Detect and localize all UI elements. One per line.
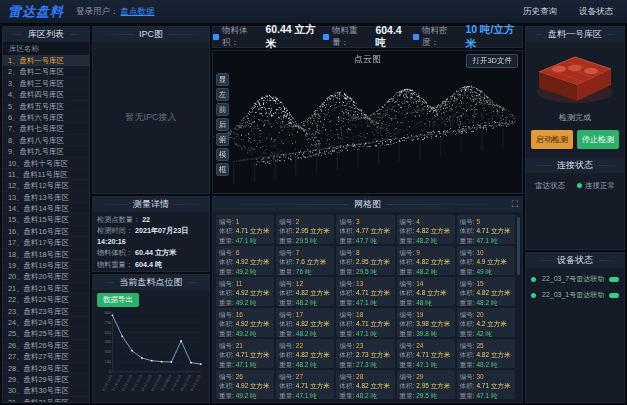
cell-value: 19	[416, 311, 423, 318]
cell-value: 25	[476, 342, 483, 349]
device-led-icon	[531, 277, 536, 282]
sidebar-item-area[interactable]: 9、盘料九号库区	[3, 146, 89, 157]
cell-line: 重量: 49.2 吨	[219, 267, 271, 275]
sidebar-item-area[interactable]: 3、盘料三号库区	[3, 78, 89, 89]
cloud-view-tool-button[interactable]: 显	[216, 73, 229, 86]
bottom-row: 测量详情 检测点数量： 22检测时间： 2021年07月23日 14:20:16…	[92, 196, 523, 403]
expand-icon[interactable]: ⛶	[512, 199, 518, 210]
volume-label: 物料体积：	[222, 25, 262, 49]
sidebar-item-area[interactable]: 8、盘料八号库区	[3, 135, 89, 146]
cell-value: 22	[296, 342, 303, 349]
cell-label: 编号:	[339, 249, 356, 256]
cell-line: 体积: 4.92 立方米	[219, 288, 271, 297]
cell-value: 4.82 立方米	[476, 351, 510, 358]
sidebar-item-area[interactable]: 11、盘料11号库区	[3, 169, 89, 180]
header: 雷达盘料 登录用户：盘点数据 历史查询 设备状态	[0, 0, 627, 24]
pointcloud-canvas[interactable]	[213, 51, 522, 193]
cell-line: 重量: 49.2 吨	[219, 329, 271, 337]
inventory-data-link[interactable]: 盘点数据	[121, 6, 155, 16]
cell-value: 4.82 立方米	[296, 320, 330, 327]
sidebar-item-area[interactable]: 7、盘料七号库区	[3, 123, 89, 134]
start-detection-button[interactable]: 启动检测	[531, 130, 573, 149]
sidebar-item-area[interactable]: 10、盘料十号库区	[3, 158, 89, 169]
cell-line: 编号: 17	[279, 310, 331, 319]
sidebar-item-area[interactable]: 4、盘料四号库区	[3, 89, 89, 100]
cell-line: 编号: 12	[279, 279, 331, 288]
sidebar-title: 库区列表	[3, 27, 89, 42]
sidebar-item-area[interactable]: 12、盘料12号库区	[3, 180, 89, 191]
cell-line: 体积: 4.82 立方米	[279, 288, 331, 297]
cell-line: 编号: 8	[339, 248, 391, 257]
sidebar-item-area[interactable]: 20、盘料20号库区	[3, 271, 89, 282]
sidebar-item-area[interactable]: 23、盘料23号库区	[3, 306, 89, 317]
cell-label: 重量:	[339, 392, 356, 399]
cell-label: 体积:	[279, 320, 296, 327]
cell-label: 重量:	[460, 237, 477, 244]
trend-title-text: 当前盘料点位图	[120, 276, 183, 289]
history-query-button[interactable]: 历史查询	[517, 3, 563, 21]
sidebar-item-area[interactable]: 28、盘料28号库区	[3, 363, 89, 374]
cell-label: 编号:	[339, 218, 356, 225]
cell-line: 重量: 47.1 吨	[400, 360, 452, 368]
cell-label: 体积:	[400, 289, 417, 296]
grid-cell: 编号: 3体积: 4.77 立方米重量: 47.7 吨	[336, 215, 394, 244]
device-label: 22_03_7号雷达联动	[542, 274, 604, 284]
sidebar-item-area[interactable]: 6、盘料六号库区	[3, 112, 89, 123]
cloud-view-tool-button[interactable]: 俯	[216, 133, 229, 146]
cell-line: 体积: 4.71 立方米	[339, 288, 391, 297]
sidebar-item-area[interactable]: 26、盘料26号库区	[3, 340, 89, 351]
cell-line: 体积: 4.9 立方米	[460, 257, 512, 266]
detail-title-text: 测量详情	[133, 198, 169, 211]
stat-density: 物料密度： 10 吨/立方米	[413, 23, 522, 51]
sidebar-item-area[interactable]: 25、盘料25号库区	[3, 328, 89, 339]
data-export-button[interactable]: 数据导出	[97, 293, 139, 307]
cell-label: 编号:	[339, 342, 356, 349]
cloud-view-tool-button[interactable]: 前	[216, 103, 229, 116]
cloud-column: 物料体积： 60.44 立方米 物料重量： 604.4 吨 物料密度： 10 吨…	[212, 26, 523, 194]
cell-line: 体积: 4.92 立方米	[219, 319, 271, 328]
cell-line: 编号: 9	[400, 248, 452, 257]
sidebar-item-area[interactable]: 15、盘料15号库区	[3, 214, 89, 225]
cloud-view-tool-button[interactable]: 后	[216, 118, 229, 131]
cell-line: 体积: 4.82 立方米	[279, 350, 331, 359]
sidebar-item-area[interactable]: 5、盘料五号库区	[3, 101, 89, 112]
cloud-view-tool-button[interactable]: 左	[216, 88, 229, 101]
cell-value: 11	[236, 280, 243, 287]
stop-detection-button[interactable]: 停止检测	[577, 130, 619, 149]
cell-value: 27.3 吨	[356, 361, 377, 368]
sidebar-item-area[interactable]: 31、盘料31号库区	[3, 397, 89, 402]
device-status-button[interactable]: 设备状态	[573, 3, 619, 21]
cell-label: 重量:	[339, 268, 356, 275]
sidebar-item-area[interactable]: 2、盘料二号库区	[3, 66, 89, 77]
connection-ok-text: 连接正常	[585, 181, 615, 190]
sidebar-item-area[interactable]: 29、盘料29号库区	[3, 374, 89, 385]
cell-value: 2.73 立方米	[356, 351, 390, 358]
sidebar-item-area[interactable]: 16、盘料16号库区	[3, 226, 89, 237]
sidebar-item-area[interactable]: 21、盘料21号库区	[3, 283, 89, 294]
sidebar-item-area[interactable]: 22、盘料22号库区	[3, 294, 89, 305]
sidebar-item-area[interactable]: 19、盘料19号库区	[3, 260, 89, 271]
sidebar-item-area[interactable]: 24、盘料24号库区	[3, 317, 89, 328]
cell-label: 编号:	[400, 342, 417, 349]
cloud-view-tool-button[interactable]: 模	[216, 148, 229, 161]
open-3d-file-button[interactable]: 打开3D文件	[466, 54, 518, 68]
cloud-view-tool-button[interactable]: 框	[216, 163, 229, 176]
grid-scrollbar[interactable]	[517, 217, 520, 275]
cell-value: 2.95 立方米	[356, 258, 390, 265]
cell-label: 体积:	[460, 320, 477, 327]
cell-line: 体积: 4.82 立方米	[279, 319, 331, 328]
sidebar-item-area[interactable]: 18、盘料18号库区	[3, 249, 89, 260]
sidebar-item-area[interactable]: 17、盘料17号库区	[3, 237, 89, 248]
sidebar-item-area[interactable]: 13、盘料13号库区	[3, 192, 89, 203]
cell-value: 49.2 吨	[236, 330, 257, 337]
stat-weight: 物料重量： 604.4 吨	[323, 24, 413, 50]
sidebar-item-area[interactable]: 27、盘料27号库区	[3, 351, 89, 362]
density-value: 10 吨/立方米	[465, 23, 522, 51]
sidebar-item-area[interactable]: 1、盘料一号库区	[3, 55, 89, 66]
sidebar-item-area[interactable]: 14、盘料14号库区	[3, 203, 89, 214]
detail-row: 检测时间： 2021年07月23日 14:20:16	[97, 226, 205, 247]
cell-value: 49.2 吨	[236, 268, 257, 275]
cell-value: 4	[416, 218, 420, 225]
sidebar-item-area[interactable]: 30、盘料30号库区	[3, 385, 89, 396]
cell-label: 体积:	[219, 351, 236, 358]
